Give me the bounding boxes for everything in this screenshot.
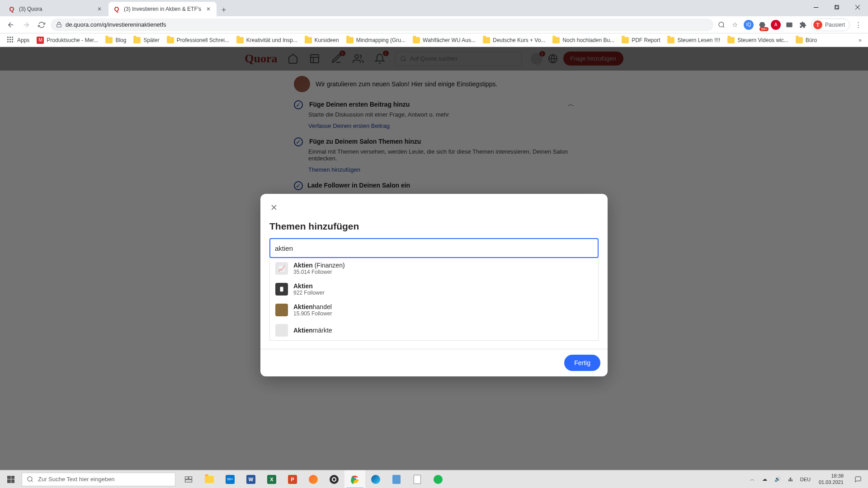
suggestion-name: Aktien (Finanzen) — [293, 262, 345, 269]
svg-rect-1 — [835, 6, 838, 9]
topic-thumb — [275, 304, 288, 316]
topic-thumb — [275, 283, 288, 296]
clock[interactable]: 18:38 01.03.2021 — [816, 473, 846, 485]
minimize-button[interactable] — [806, 0, 826, 14]
quora-favicon: Q — [113, 5, 120, 13]
app-icon[interactable] — [303, 470, 324, 488]
reload-button[interactable] — [35, 19, 48, 31]
url-input[interactable]: de.quora.com/q/investiereninaktienetfs — [51, 19, 713, 31]
bookmarks-overflow-icon[interactable]: » — [857, 35, 863, 45]
date-text: 01.03.2021 — [819, 479, 844, 485]
profile-button[interactable]: T Pausiert — [811, 19, 850, 31]
extension-icon[interactable]: IQ — [743, 19, 754, 30]
svg-rect-14 — [185, 479, 192, 482]
bookmark-label: Produktsuche - Mer... — [47, 37, 98, 43]
obs-icon[interactable] — [324, 470, 344, 488]
topic-input-field[interactable] — [275, 244, 593, 252]
bookmark-item[interactable]: Büro — [793, 35, 820, 45]
network-icon[interactable]: 🖧 — [786, 477, 795, 482]
suggestion-followers: 15.905 Follower — [293, 310, 332, 317]
svg-rect-0 — [814, 7, 818, 8]
suggestion-item[interactable]: Aktienhandel 15.905 Follower — [270, 300, 598, 320]
taskbar-search[interactable]: Zur Suche Text hier eingeben — [22, 473, 175, 486]
forward-button[interactable] — [20, 19, 33, 31]
word-icon[interactable]: W — [241, 470, 261, 488]
bookmark-label: Deutsche Kurs + Vo... — [493, 37, 545, 43]
tab-close-icon[interactable]: ✕ — [96, 5, 103, 13]
folder-icon — [413, 37, 420, 43]
suggestion-item[interactable]: Aktienmärkte — [270, 320, 598, 340]
taskbar-apps: 99+ W X P — [178, 470, 448, 488]
suggestion-item[interactable]: Aktien 922 Follower — [270, 279, 598, 300]
suggestions-list[interactable]: 📈 Aktien (Finanzen) 35.014 Follower Akti… — [269, 258, 599, 341]
bookmark-item[interactable]: Professionell Schrei... — [164, 35, 232, 45]
extension-icon[interactable]: A — [770, 19, 781, 30]
topic-thumb: 📈 — [275, 262, 288, 275]
bookmark-label: Kreativität und Insp... — [246, 37, 297, 43]
bookmark-item[interactable]: M Produktsuche - Mer... — [34, 35, 101, 46]
close-modal-button[interactable] — [267, 200, 281, 215]
bookmark-label: Mindmapping (Gru... — [356, 37, 406, 43]
maximize-button[interactable] — [826, 0, 847, 14]
bookmark-item[interactable]: Noch hochladen Bu... — [550, 35, 617, 45]
action-center-icon[interactable] — [850, 470, 866, 488]
app-icon[interactable]: 99+ — [220, 470, 241, 488]
profile-avatar: T — [813, 20, 822, 29]
tab-close-icon[interactable]: ✕ — [205, 5, 212, 13]
apps-button[interactable]: Apps — [5, 35, 32, 46]
bookmark-item[interactable]: Blog — [103, 35, 129, 45]
suggestion-name: Aktien — [293, 282, 325, 290]
onedrive-icon[interactable]: ☁ — [760, 476, 769, 482]
task-view-icon[interactable] — [178, 470, 199, 488]
bookmark-label: Büro — [806, 37, 817, 43]
tray-chevron-icon[interactable]: ︿ — [748, 476, 757, 483]
bookmark-item[interactable]: Wahlfächer WU Aus... — [410, 35, 478, 45]
bookmark-item[interactable]: Steuern Videos wic... — [725, 35, 791, 45]
back-button[interactable] — [5, 19, 17, 31]
suggestion-followers: 35.014 Follower — [293, 269, 345, 275]
topic-search-input[interactable] — [269, 238, 599, 258]
spotify-icon[interactable] — [428, 470, 448, 488]
bookmark-label: Professionell Schrei... — [177, 37, 229, 43]
svg-point-4 — [719, 22, 724, 27]
extension-icon[interactable]: 99+ — [757, 19, 768, 30]
chrome-icon[interactable] — [344, 470, 365, 488]
file-explorer-icon[interactable] — [199, 470, 220, 488]
edge-icon[interactable] — [365, 470, 386, 488]
browser-tab-0[interactable]: Q (3) Quora ✕ — [4, 2, 108, 16]
bookmark-item[interactable]: Kreativität und Insp... — [234, 35, 300, 45]
browser-tab-1[interactable]: Q (3) Investieren in Aktien & ETF's ✕ — [108, 2, 217, 16]
extension-icon[interactable] — [784, 19, 795, 30]
volume-icon[interactable]: 🔊 — [773, 476, 783, 482]
done-button[interactable]: Fertig — [564, 355, 600, 371]
bookmark-item[interactable]: Deutsche Kurs + Vo... — [480, 35, 548, 45]
suggestion-item[interactable]: 📈 Aktien (Finanzen) 35.014 Follower — [270, 258, 598, 279]
powerpoint-icon[interactable]: P — [282, 470, 303, 488]
start-button[interactable] — [0, 470, 22, 488]
add-topics-modal: Themen hinzufügen 📈 Aktien (Finanzen) 35… — [260, 194, 608, 376]
folder-icon — [622, 37, 629, 43]
new-tab-button[interactable]: + — [217, 4, 230, 16]
svg-rect-12 — [185, 477, 189, 479]
language-indicator[interactable]: DEU — [798, 477, 812, 482]
bookmark-item[interactable]: Steuern Lesen !!!! — [665, 35, 723, 45]
bookmark-item[interactable]: Später — [131, 35, 162, 45]
bookmark-label: Wahlfächer WU Aus... — [423, 37, 476, 43]
bookmark-star-icon[interactable]: ☆ — [730, 19, 741, 30]
folder-icon — [167, 37, 174, 43]
suggestion-followers: 922 Follower — [293, 290, 325, 296]
app-icon[interactable] — [386, 470, 407, 488]
bookmark-item[interactable]: PDF Report — [619, 35, 663, 45]
modal-footer: Fertig — [260, 349, 608, 376]
zoom-icon[interactable] — [716, 19, 727, 30]
bookmark-item[interactable]: Kursideen — [302, 35, 342, 45]
bookmark-item[interactable]: Mindmapping (Gru... — [344, 35, 408, 45]
menu-icon[interactable]: ⋮ — [853, 19, 863, 30]
time-text: 18:38 — [819, 473, 844, 479]
bookmark-label: Noch hochladen Bu... — [562, 37, 614, 43]
extensions-menu-icon[interactable] — [797, 19, 808, 30]
close-window-button[interactable] — [847, 0, 868, 14]
notepad-icon[interactable] — [407, 470, 428, 488]
folder-icon — [105, 37, 113, 43]
excel-icon[interactable]: X — [261, 470, 282, 488]
